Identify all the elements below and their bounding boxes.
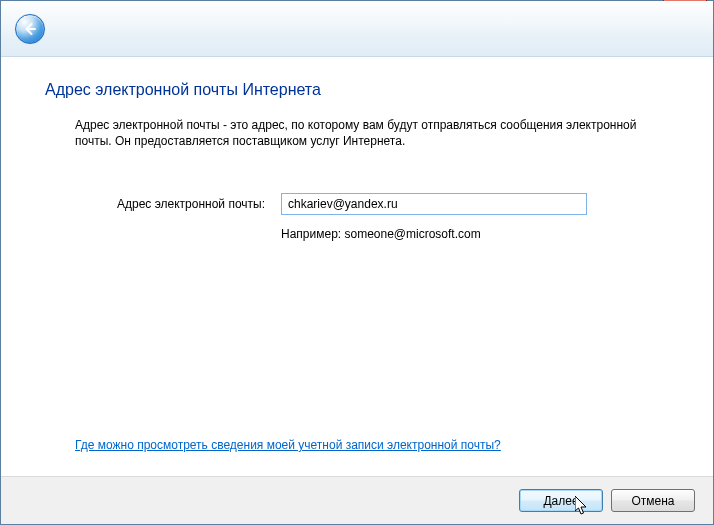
next-button[interactable]: Далее — [519, 489, 603, 512]
example-text: Например: someone@microsoft.com — [281, 227, 481, 241]
content-area: Адрес электронной почты Интернета Адрес … — [1, 57, 713, 476]
help-link[interactable]: Где можно просмотреть сведения моей учет… — [45, 438, 669, 452]
email-field-row: Адрес электронной почты: — [45, 193, 669, 215]
description-text: Адрес электронной почты - это адрес, по … — [45, 117, 669, 149]
back-button[interactable] — [15, 14, 45, 44]
wizard-window: Адрес электронной почты Интернета Адрес … — [0, 0, 714, 525]
page-title: Адрес электронной почты Интернета — [45, 81, 669, 99]
back-arrow-icon — [22, 21, 38, 37]
email-input[interactable] — [281, 193, 587, 215]
email-label: Адрес электронной почты: — [111, 197, 281, 211]
example-row: Например: someone@microsoft.com — [45, 227, 669, 241]
header — [1, 1, 713, 57]
cancel-button[interactable]: Отмена — [611, 489, 695, 512]
footer: Далее Отмена — [1, 476, 713, 524]
